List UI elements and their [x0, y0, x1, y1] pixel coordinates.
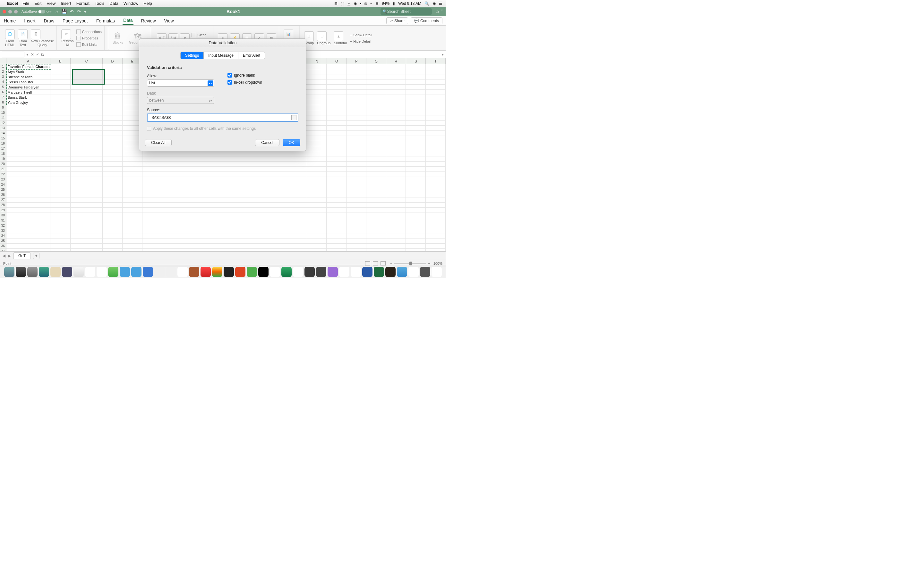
cell[interactable]: [347, 74, 367, 79]
cell[interactable]: [103, 177, 123, 182]
cell[interactable]: [71, 74, 103, 79]
cell[interactable]: [103, 126, 123, 131]
menu-edit[interactable]: Edit: [34, 1, 41, 6]
cell[interactable]: [71, 85, 103, 90]
cell[interactable]: [307, 141, 327, 146]
tab-draw[interactable]: Draw: [43, 17, 55, 25]
cell[interactable]: [103, 95, 123, 100]
cell[interactable]: [103, 234, 123, 239]
cell[interactable]: [386, 213, 406, 218]
cell[interactable]: [307, 100, 327, 105]
cell[interactable]: [103, 192, 123, 197]
row-header-4[interactable]: 4: [0, 79, 6, 85]
cell[interactable]: [6, 105, 50, 110]
cell[interactable]: [71, 239, 103, 243]
cell[interactable]: [347, 197, 367, 203]
spotlight-icon[interactable]: 🔍: [425, 1, 429, 6]
cell[interactable]: [71, 218, 103, 223]
status-icon-1[interactable]: ⬚: [341, 1, 344, 6]
menu-insert[interactable]: Insert: [61, 1, 71, 6]
cell[interactable]: [307, 131, 327, 136]
cell[interactable]: [307, 167, 327, 172]
cell[interactable]: [426, 197, 446, 203]
autosave-switch[interactable]: [38, 10, 45, 13]
cell[interactable]: [6, 203, 50, 208]
cell[interactable]: [103, 131, 123, 136]
cell[interactable]: [386, 74, 406, 79]
row-header-12[interactable]: 12: [0, 121, 6, 126]
cell[interactable]: [386, 172, 406, 177]
row-header-14[interactable]: 14: [0, 131, 6, 136]
cell[interactable]: [71, 115, 103, 121]
qat-dropdown-icon[interactable]: ▾: [84, 9, 86, 14]
col-header-R[interactable]: R: [386, 58, 406, 64]
col-header-N[interactable]: N: [307, 58, 327, 64]
col-header-C[interactable]: C: [71, 58, 103, 64]
cell[interactable]: [123, 161, 142, 167]
cell[interactable]: [386, 177, 406, 182]
row-header-16[interactable]: 16: [0, 141, 6, 146]
menu-view[interactable]: View: [47, 1, 55, 6]
cell[interactable]: [103, 110, 123, 115]
cell[interactable]: [50, 79, 71, 85]
cell[interactable]: [367, 85, 386, 90]
cell[interactable]: [50, 90, 71, 95]
close-window-button[interactable]: [3, 10, 6, 13]
cell[interactable]: [326, 110, 347, 115]
col-header-P[interactable]: P: [347, 58, 367, 64]
cell[interactable]: [71, 141, 103, 146]
cell[interactable]: [103, 182, 123, 187]
cell[interactable]: [71, 177, 103, 182]
cell[interactable]: [406, 126, 426, 131]
cell[interactable]: [142, 234, 307, 239]
cell[interactable]: [386, 126, 406, 131]
cell[interactable]: [367, 161, 386, 167]
cell[interactable]: [406, 146, 426, 151]
dock-messages[interactable]: [120, 267, 130, 277]
cell[interactable]: [6, 234, 50, 239]
cell[interactable]: [50, 115, 71, 121]
cell[interactable]: [71, 208, 103, 213]
cell[interactable]: [103, 218, 123, 223]
dock-notes[interactable]: [281, 267, 292, 277]
cell[interactable]: [50, 141, 71, 146]
cell[interactable]: [123, 197, 142, 203]
cell[interactable]: Daenerys Targaryen: [6, 85, 50, 90]
cell[interactable]: [103, 146, 123, 151]
row-header-1[interactable]: 1: [0, 64, 6, 69]
cell[interactable]: [6, 239, 50, 243]
cell[interactable]: [347, 85, 367, 90]
search-sheet-input[interactable]: 🔍 Search Sheet: [381, 8, 432, 15]
dock-folder[interactable]: [397, 267, 407, 277]
row-header-19[interactable]: 19: [0, 156, 6, 161]
cell[interactable]: [386, 121, 406, 126]
dock-mail[interactable]: [73, 267, 84, 277]
dock-word[interactable]: [362, 267, 373, 277]
cell[interactable]: [367, 151, 386, 156]
cell[interactable]: [326, 121, 347, 126]
cell[interactable]: [103, 136, 123, 141]
cell[interactable]: [326, 172, 347, 177]
cell[interactable]: [6, 187, 50, 192]
cell[interactable]: [71, 213, 103, 218]
cell[interactable]: [123, 203, 142, 208]
ignore-blank-checkbox[interactable]: Ignore blank: [228, 73, 298, 77]
cell[interactable]: [347, 243, 367, 249]
cell[interactable]: [103, 74, 123, 79]
home-icon[interactable]: ⌂: [55, 9, 58, 14]
cell[interactable]: [426, 151, 446, 156]
cell[interactable]: [50, 192, 71, 197]
dock-steam[interactable]: [62, 267, 72, 277]
cell[interactable]: [103, 197, 123, 203]
cell[interactable]: [307, 192, 327, 197]
cell[interactable]: [406, 131, 426, 136]
dock-preview[interactable]: [85, 267, 95, 277]
cell[interactable]: [347, 141, 367, 146]
cell[interactable]: [386, 239, 406, 243]
cell[interactable]: [6, 131, 50, 136]
cell[interactable]: [71, 151, 103, 156]
connections-button[interactable]: Connections: [76, 29, 102, 34]
cell[interactable]: [103, 115, 123, 121]
cell[interactable]: [71, 105, 103, 110]
cell[interactable]: [326, 85, 347, 90]
